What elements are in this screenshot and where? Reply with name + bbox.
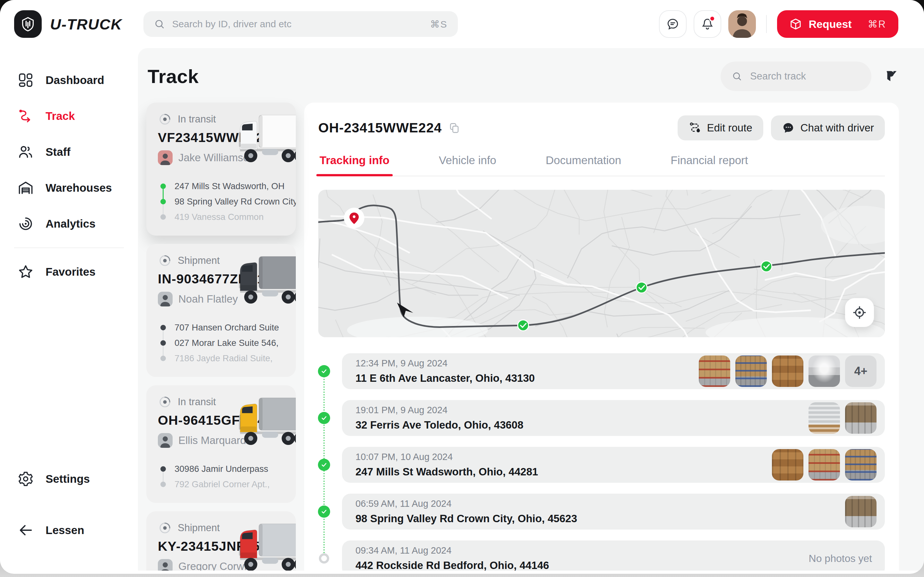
stop-address: 027 Morar Lake Suite 546, bbox=[158, 335, 284, 351]
sidebar-item-analytics[interactable]: Analytics bbox=[0, 206, 138, 242]
request-button[interactable]: Request ⌘R bbox=[777, 10, 898, 38]
track-search-input[interactable] bbox=[750, 71, 861, 82]
sidebar-item-warehouses[interactable]: Warehouses bbox=[0, 170, 138, 206]
driver-name: Gregory Corwin bbox=[178, 560, 252, 571]
warehouse-photo-thumbnail[interactable] bbox=[809, 449, 840, 480]
tab-tracking-info[interactable]: Tracking info bbox=[319, 154, 390, 176]
sidebar-divider bbox=[14, 247, 124, 248]
shipment-driver: Jake Williamson bbox=[158, 150, 284, 165]
global-search: ⌘S bbox=[144, 11, 458, 37]
status-ring-icon bbox=[158, 395, 172, 409]
route-map[interactable] bbox=[318, 190, 885, 337]
layout: In transitVF23415WWE224Jake Williamson24… bbox=[146, 103, 899, 571]
tab-label: Tracking info bbox=[320, 154, 389, 166]
sidebar-item-label: Track bbox=[45, 110, 75, 122]
track-icon bbox=[17, 108, 34, 124]
stop-address: 247 Mills St Wadsworth, OH bbox=[158, 179, 284, 194]
sidebar-item-staff[interactable]: Staff bbox=[0, 134, 138, 170]
sidebar-item-favorites[interactable]: Favorites bbox=[0, 254, 138, 290]
search-icon bbox=[153, 18, 165, 30]
chat-filled-icon bbox=[782, 121, 795, 134]
stop-address-label: 30986 Jamir Underpass bbox=[174, 464, 268, 474]
detail-actions: Edit route Chat with driver bbox=[678, 115, 885, 140]
timeline-time: 19:01 PM, 9 Aug 2024 bbox=[355, 405, 523, 416]
arrow-left-icon bbox=[17, 522, 34, 538]
sidebar-item-label: Staff bbox=[45, 145, 71, 158]
timeline-entry-text: 19:01 PM, 9 Aug 202432 Ferris Ave Toledo… bbox=[355, 405, 523, 431]
stop-dot-icon bbox=[160, 356, 166, 361]
warehouse-photo-thumbnail[interactable] bbox=[845, 449, 877, 480]
track-card-KY-23415JNF155[interactable]: ShipmentKY-23415JNF155Gregory Corwin2623… bbox=[146, 511, 296, 571]
track-card-VF23415WWE224[interactable]: In transitVF23415WWE224Jake Williamson24… bbox=[146, 103, 296, 235]
global-search-input[interactable] bbox=[172, 19, 423, 29]
messages-button[interactable] bbox=[659, 10, 687, 38]
chat-with-driver-button[interactable]: Chat with driver bbox=[771, 115, 885, 140]
status-ring-icon bbox=[158, 253, 172, 268]
stop-dot-icon bbox=[160, 214, 166, 220]
locate-button[interactable] bbox=[845, 298, 874, 327]
warehouse-photo-thumbnail[interactable] bbox=[772, 356, 803, 387]
sidebar-item-track[interactable]: Track bbox=[0, 98, 138, 134]
copy-id-button[interactable] bbox=[448, 122, 460, 134]
checkpoint-done-icon bbox=[318, 365, 330, 377]
driver-avatar bbox=[158, 292, 173, 306]
map-pin-icon[interactable] bbox=[344, 208, 365, 228]
driver-name: Jake Williamson bbox=[178, 152, 255, 164]
filter-button[interactable] bbox=[884, 69, 899, 84]
tab-financial-report[interactable]: Financial report bbox=[670, 154, 748, 176]
divider bbox=[766, 15, 767, 33]
shipment-status: Shipment bbox=[158, 521, 284, 535]
app-window: U-TRUCK ⌘S bbox=[0, 0, 924, 574]
timeline-entry-text: 09:34 AM, 11 Aug 2024442 Rockside Rd Bed… bbox=[355, 545, 549, 571]
checkpoint-done-icon bbox=[318, 412, 330, 424]
sidebar-item-dashboard[interactable]: Dashboard bbox=[0, 62, 138, 98]
driver-avatar bbox=[158, 150, 173, 165]
main-content: Track In transitVF23415WWE224Jake Willia… bbox=[138, 48, 924, 571]
shipment-status: Shipment bbox=[158, 253, 284, 268]
track-card-OH-96415GFC145[interactable]: In transitOH-96415GFC145Ellis Marquardt3… bbox=[146, 385, 296, 503]
sidebar-collapse-button[interactable]: Lessen bbox=[0, 512, 138, 548]
sidebar-item-settings[interactable]: Settings bbox=[0, 461, 138, 497]
driver-avatar bbox=[158, 433, 173, 448]
status-ring-icon bbox=[158, 112, 172, 126]
tracking-timeline: 12:34 PM, 9 Aug 202411 E 6th Ave Lancast… bbox=[318, 353, 885, 571]
stop-address: 98 Spring Valley Rd Crown City, OH bbox=[158, 194, 284, 210]
tab-documentation[interactable]: Documentation bbox=[545, 154, 622, 176]
tabs: Tracking infoVehicle infoDocumentationFi… bbox=[318, 154, 885, 176]
stops-list: 30986 Jamir Underpass792 Gabriel Corner … bbox=[158, 461, 284, 492]
warehouse-photo-thumbnail[interactable] bbox=[772, 449, 803, 480]
page-head: Track bbox=[148, 61, 899, 91]
stops-list: 247 Mills St Wadsworth, OH98 Spring Vall… bbox=[158, 179, 284, 225]
stop-dot-icon bbox=[160, 466, 166, 472]
warehouse-photo-thumbnail[interactable] bbox=[699, 356, 730, 387]
user-avatar[interactable] bbox=[728, 10, 756, 38]
stop-address: 419 Vanessa Common bbox=[158, 210, 284, 225]
edit-route-button[interactable]: Edit route bbox=[678, 115, 763, 140]
copy-icon bbox=[448, 122, 460, 134]
warehouse-photo-thumbnail[interactable] bbox=[845, 402, 877, 434]
warehouse-photo-thumbnail[interactable] bbox=[735, 356, 767, 387]
brand-logo-icon bbox=[14, 10, 42, 38]
map-checkpoint-icon[interactable] bbox=[761, 261, 772, 272]
warehouse-photo-thumbnail[interactable] bbox=[845, 496, 877, 527]
stop-address-label: 027 Morar Lake Suite 546, bbox=[174, 338, 278, 348]
tab-vehicle-info[interactable]: Vehicle info bbox=[438, 154, 497, 176]
stop-address: 30986 Jamir Underpass bbox=[158, 461, 284, 477]
timeline-address: 442 Rockside Rd Bedford, Ohio, 44146 bbox=[355, 559, 549, 571]
stop-address: 792 Gabriel Corner Apt., bbox=[158, 477, 284, 492]
timeline-entry: 12:34 PM, 9 Aug 202411 E 6th Ave Lancast… bbox=[342, 353, 885, 389]
stop-address-label: 707 Hansen Orchard Suite bbox=[174, 322, 279, 333]
staff-icon bbox=[17, 143, 34, 160]
more-photos-badge[interactable]: 4+ bbox=[845, 356, 877, 387]
map-checkpoint-icon[interactable] bbox=[636, 282, 647, 293]
track-card-IN-9034677ZFG154[interactable]: ShipmentIN-9034677ZFG154Noah Flatley707 … bbox=[146, 244, 296, 377]
stop-dot-icon bbox=[160, 482, 166, 487]
page-title: Track bbox=[148, 65, 199, 87]
topbar-actions: Request ⌘R bbox=[659, 10, 898, 38]
map-checkpoint-icon[interactable] bbox=[518, 320, 529, 331]
warehouse-photo-thumbnail[interactable] bbox=[809, 356, 840, 387]
notifications-button[interactable] bbox=[694, 10, 721, 38]
shipment-status: In transit bbox=[158, 112, 284, 126]
warehouse-photo-thumbnail[interactable] bbox=[809, 402, 840, 434]
map-canvas bbox=[318, 190, 885, 337]
